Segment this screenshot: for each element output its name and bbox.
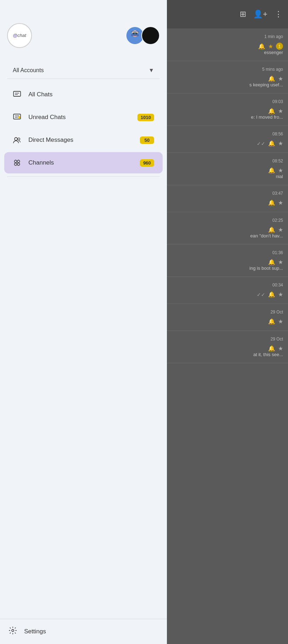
bg-chat-time-10: 29 Oct — [271, 337, 283, 342]
bg-chat-item-1[interactable]: 5 mins ago 🔔 ★ s keeping usef... — [167, 61, 288, 93]
bg-chat-item-10[interactable]: 29 Oct 🔔 ★ at it, this see... — [167, 331, 288, 363]
star-icon-0[interactable]: ★ — [268, 43, 273, 50]
drawer-header: @chat — [0, 0, 167, 62]
svg-point-4 — [136, 33, 137, 34]
bg-chat-time-7: 01:36 — [272, 250, 283, 255]
background-chat-panel: ⊞ 👤+ ⋮ 1 min ago 🔔 ★ 1 essenger 5 mins a… — [167, 0, 288, 644]
bg-chat-item-0[interactable]: 1 min ago 🔔 ★ 1 essenger — [167, 28, 288, 61]
bell-icon-8[interactable]: 🔔 — [268, 291, 275, 298]
bell-icon-10[interactable]: 🔔 — [268, 345, 275, 352]
logo-text: @chat — [13, 33, 26, 38]
unread-chats-badge: 1010 — [137, 114, 154, 121]
svg-point-18 — [12, 629, 14, 632]
sidebar-item-channels[interactable]: Channels 960 — [4, 152, 163, 173]
bg-chat-preview-6: ean "don't hav... — [250, 233, 283, 238]
bg-chat-item-8[interactable]: 00:34 ✓✓ 🔔 ★ — [167, 277, 288, 304]
star-icon-8[interactable]: ★ — [278, 291, 283, 298]
chevron-down-icon: ▼ — [148, 67, 154, 74]
star-icon-10[interactable]: ★ — [278, 345, 283, 352]
bg-chat-item-4[interactable]: 08:52 🔔 ★ nial — [167, 153, 288, 185]
bg-chat-item-9[interactable]: 29 Oct 🔔 ★ — [167, 304, 288, 331]
bg-chat-time-5: 03:47 — [272, 191, 283, 196]
svg-point-13 — [18, 138, 20, 140]
bg-chat-preview-2: e: I moved fro... — [251, 114, 283, 120]
bg-chat-preview-1: s keeping usef... — [249, 82, 283, 87]
svg-point-17 — [17, 163, 20, 166]
bg-chat-item-5[interactable]: 03:47 🔔 ★ — [167, 185, 288, 212]
bg-chat-preview-7: ing is boot sup... — [249, 265, 283, 271]
sidebar-item-all-chats[interactable]: All Chats — [4, 84, 163, 105]
bg-chat-time-6: 02:25 — [272, 218, 283, 223]
unread-chats-label: Unread Chats — [28, 114, 130, 121]
svg-point-11 — [18, 116, 20, 118]
qr-icon[interactable]: ⊞ — [240, 10, 246, 19]
bg-chat-time-3: 08:56 — [272, 132, 283, 136]
avatar-anime-svg — [126, 26, 143, 45]
bell-icon-9[interactable]: 🔔 — [268, 318, 275, 325]
dm-icon — [13, 136, 21, 144]
bg-chat-title-0: essenger — [264, 50, 283, 55]
direct-messages-badge: 50 — [140, 136, 154, 144]
sidebar-item-direct-messages[interactable]: Direct Messages 50 — [4, 129, 163, 151]
bell-icon-4[interactable]: 🔔 — [268, 167, 275, 174]
star-icon-7[interactable]: ★ — [278, 259, 283, 265]
all-chats-label: All Chats — [28, 91, 154, 98]
more-options-icon[interactable]: ⋮ — [275, 10, 282, 19]
star-icon-3[interactable]: ★ — [278, 140, 283, 147]
side-drawer: @chat All Accounts ▼ — [0, 0, 167, 644]
settings-icon — [9, 626, 17, 637]
channels-label: Channels — [28, 159, 133, 166]
bg-chat-title-4: nial — [276, 174, 283, 179]
svg-point-12 — [15, 138, 17, 140]
channels-badge: 960 — [140, 159, 154, 167]
star-icon-5[interactable]: ★ — [278, 199, 283, 206]
bell-icon-0[interactable]: 🔔 — [258, 43, 265, 50]
svg-point-15 — [17, 160, 20, 163]
channel-icon — [13, 159, 21, 167]
sidebar-item-unread-chats[interactable]: Unread Chats 1010 — [4, 107, 163, 128]
svg-rect-5 — [13, 91, 21, 96]
bg-chat-time-8: 00:34 — [272, 283, 283, 288]
bell-icon-7[interactable]: 🔔 — [268, 259, 275, 265]
nav-items: All Chats Unread Chats 1010 — [0, 79, 167, 619]
bg-chat-item-3[interactable]: 08:56 ✓✓ 🔔 ★ — [167, 126, 288, 153]
settings-label: Settings — [24, 628, 46, 635]
badge-0: 1 — [276, 43, 283, 50]
check-icon-3: ✓✓ — [257, 141, 265, 146]
svg-point-3 — [133, 33, 134, 34]
account-selector[interactable]: All Accounts ▼ — [7, 62, 160, 79]
bell-icon-3[interactable]: 🔔 — [268, 140, 275, 147]
chat-icon — [13, 90, 21, 99]
bg-chat-time-0: 1 min ago — [264, 34, 283, 39]
star-icon-6[interactable]: ★ — [278, 226, 283, 233]
bg-chat-item-7[interactable]: 01:36 🔔 ★ ing is boot sup... — [167, 245, 288, 277]
bg-chat-item-6[interactable]: 02:25 🔔 ★ ean "don't hav... — [167, 212, 288, 245]
bg-chat-preview-10: at it, this see... — [253, 352, 283, 357]
bg-chat-time-1: 5 mins ago — [262, 67, 283, 72]
bell-icon-2[interactable]: 🔔 — [268, 108, 275, 114]
bell-icon-5[interactable]: 🔔 — [268, 199, 275, 206]
svg-point-14 — [15, 160, 17, 163]
star-icon-2[interactable]: ★ — [278, 108, 283, 114]
unread-icon — [13, 113, 21, 122]
settings-item[interactable]: Settings — [0, 619, 167, 644]
star-icon-4[interactable]: ★ — [278, 167, 283, 174]
bg-chat-time-4: 08:52 — [272, 159, 283, 163]
avatar-black[interactable] — [141, 26, 160, 45]
bg-header: ⊞ 👤+ ⋮ — [167, 0, 288, 28]
check-icon-8: ✓✓ — [257, 292, 265, 297]
star-icon-1[interactable]: ★ — [278, 75, 283, 82]
bg-chat-time-9: 29 Oct — [271, 310, 283, 315]
bell-icon-1[interactable]: 🔔 — [268, 75, 275, 82]
bell-icon-6[interactable]: 🔔 — [268, 226, 275, 233]
account-selector-label: All Accounts — [13, 67, 44, 74]
star-icon-9[interactable]: ★ — [278, 318, 283, 325]
add-contact-icon[interactable]: 👤+ — [253, 10, 267, 19]
app-logo: @chat — [7, 23, 32, 48]
bg-chat-time-2: 09:03 — [272, 99, 283, 104]
direct-messages-label: Direct Messages — [28, 136, 133, 144]
nav-divider — [7, 176, 160, 177]
svg-point-16 — [15, 163, 17, 166]
bg-chat-item-2[interactable]: 09:03 🔔 ★ e: I moved fro... — [167, 93, 288, 126]
bg-chat-list: 1 min ago 🔔 ★ 1 essenger 5 mins ago 🔔 ★ … — [167, 28, 288, 363]
